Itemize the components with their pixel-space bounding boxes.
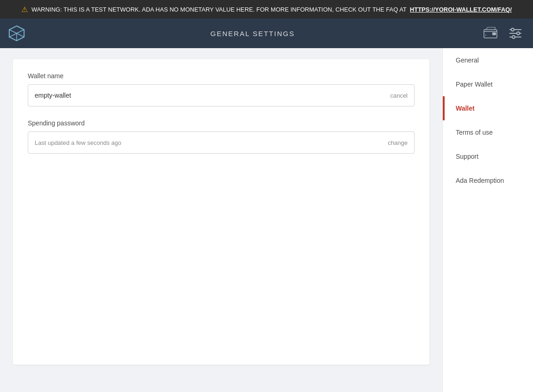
svg-point-9 [485, 35, 486, 36]
sidebar-item-paper-wallet[interactable]: Paper Wallet [443, 72, 533, 96]
wallet-name-input-wrapper: cancel [28, 84, 415, 106]
spending-password-wrapper: Last updated a few seconds ago change [28, 131, 415, 154]
warning-icon: ⚠ [21, 5, 28, 14]
spending-password-group: Spending password Last updated a few sec… [28, 119, 415, 154]
warning-text: WARNING: THIS IS A TEST NETWORK. ADA HAS… [31, 6, 512, 13]
sidebar-item-general[interactable]: General [443, 48, 533, 72]
spending-password-status: Last updated a few seconds ago [35, 139, 388, 146]
wallet-name-label: Wallet name [28, 72, 415, 80]
svg-point-15 [512, 36, 515, 38]
wallet-icon-button[interactable] [479, 22, 502, 44]
wallet-name-cancel-button[interactable]: cancel [390, 92, 408, 99]
sidebar: General Paper Wallet Wallet Terms of use… [442, 48, 533, 392]
sidebar-label-wallet: Wallet [456, 105, 475, 112]
sidebar-label-support: Support [456, 153, 478, 160]
header-actions [479, 22, 526, 44]
sidebar-item-support[interactable]: Support [443, 144, 533, 168]
sidebar-label-general: General [456, 56, 479, 64]
header: GENERAL SETTINGS [0, 19, 533, 48]
svg-point-13 [511, 28, 514, 31]
spending-password-label: Spending password [28, 119, 415, 127]
sidebar-label-ada-redemption: Ada Redemption [456, 177, 504, 184]
svg-point-14 [517, 32, 520, 35]
sidebar-item-wallet[interactable]: Wallet [443, 96, 533, 120]
wallet-header-icon [482, 25, 499, 42]
warning-link-text: HTTPS://YOROI-WALLET.COM/FAQ/ [410, 6, 512, 13]
wallet-name-input[interactable] [35, 92, 390, 99]
yoroi-logo-icon [7, 24, 26, 43]
content-area: Wallet name cancel Spending password Las… [0, 48, 442, 392]
warning-banner: ⚠ WARNING: THIS IS A TEST NETWORK. ADA H… [0, 0, 533, 19]
spending-password-change-button[interactable]: change [388, 139, 408, 146]
sidebar-label-terms-of-use: Terms of use [456, 129, 493, 136]
settings-icon-button[interactable] [505, 23, 526, 44]
sidebar-label-paper-wallet: Paper Wallet [456, 81, 493, 88]
sidebar-item-ada-redemption[interactable]: Ada Redemption [443, 168, 533, 193]
svg-rect-8 [492, 32, 496, 35]
content-panel: Wallet name cancel Spending password Las… [13, 59, 429, 365]
warning-link[interactable]: HTTPS://YOROI-WALLET.COM/FAQ/ [410, 6, 512, 13]
settings-header-icon [508, 26, 523, 41]
page-title: GENERAL SETTINGS [211, 30, 295, 37]
logo [7, 24, 26, 43]
warning-message: WARNING: THIS IS A TEST NETWORK. ADA HAS… [31, 6, 407, 13]
main-layout: Wallet name cancel Spending password Las… [0, 48, 533, 392]
wallet-name-group: Wallet name cancel [28, 72, 415, 106]
sidebar-item-terms-of-use[interactable]: Terms of use [443, 120, 533, 144]
